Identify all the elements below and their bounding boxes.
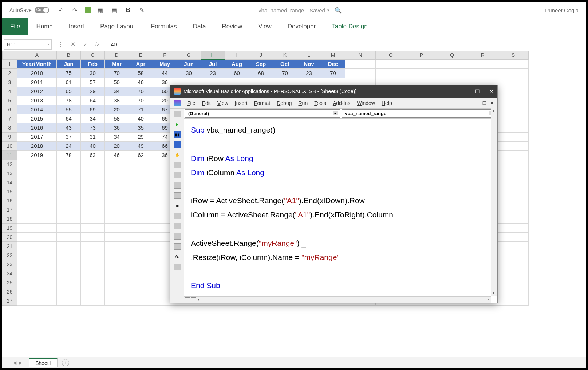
row-header[interactable]: 21 [2, 242, 17, 251]
cell[interactable]: 40 [129, 114, 153, 123]
fb-options-icon[interactable]: ⋮ [57, 41, 64, 48]
row-header[interactable]: 25 [2, 278, 17, 287]
cell[interactable]: 73 [81, 123, 105, 133]
col-header[interactable]: Q [437, 51, 467, 60]
col-header[interactable]: J [249, 51, 273, 60]
cell[interactable] [57, 160, 81, 169]
cell[interactable] [81, 187, 105, 196]
cell[interactable] [129, 214, 153, 224]
cell[interactable]: 46 [105, 151, 129, 160]
cell[interactable]: 23 [201, 69, 225, 78]
row-header[interactable]: 7 [2, 114, 17, 123]
cell[interactable] [105, 205, 129, 214]
vba-menu-file[interactable]: File [187, 100, 196, 106]
cell[interactable] [17, 233, 57, 242]
cell[interactable] [81, 205, 105, 214]
cell[interactable] [57, 287, 81, 296]
cell[interactable] [376, 60, 406, 69]
tb-icon-5[interactable]: ◂▸ [174, 202, 181, 209]
cell[interactable] [406, 60, 437, 69]
vba-menu-run[interactable]: Run [298, 100, 308, 106]
search-icon[interactable]: 🔍 [335, 7, 342, 14]
cell[interactable] [498, 251, 529, 260]
cell[interactable] [57, 260, 81, 269]
cancel-icon[interactable]: ✕ [69, 41, 76, 48]
vba-view-proc-icon[interactable] [191, 297, 196, 302]
cell[interactable] [81, 214, 105, 224]
cell[interactable] [498, 187, 529, 196]
sheet-nav-next-icon[interactable]: ▶ [19, 360, 22, 365]
cell[interactable]: 2017 [17, 133, 57, 142]
cell[interactable]: Sep [249, 60, 273, 69]
cell[interactable] [498, 142, 529, 151]
cell[interactable] [129, 178, 153, 187]
tb-icon-8[interactable] [174, 233, 181, 240]
vba-object-combo[interactable]: (General) [185, 109, 340, 118]
cell[interactable] [81, 169, 105, 178]
cell[interactable] [498, 214, 529, 224]
ribbon-tab-data[interactable]: Data [185, 18, 214, 35]
row-header[interactable]: 18 [2, 214, 17, 224]
cell[interactable] [498, 233, 529, 242]
col-header[interactable]: F [153, 51, 177, 60]
vba-code-editor[interactable]: Sub vba_named_range() Dim iRow As Long D… [184, 119, 497, 303]
close-button[interactable]: ✕ [489, 88, 494, 94]
cell[interactable] [17, 187, 57, 196]
cell[interactable]: Aug [225, 60, 249, 69]
col-header[interactable]: O [376, 51, 406, 60]
col-header[interactable]: I [225, 51, 249, 60]
username[interactable]: Puneet Gogia [545, 7, 579, 13]
cell[interactable]: 2019 [17, 151, 57, 160]
cell[interactable]: 64 [81, 96, 105, 105]
col-header[interactable]: E [129, 51, 153, 60]
col-header[interactable]: S [498, 51, 529, 60]
cell[interactable]: 49 [129, 142, 153, 151]
cell[interactable] [17, 269, 57, 278]
cell[interactable]: Jul [201, 60, 225, 69]
row-header[interactable]: 12 [2, 160, 17, 169]
cell[interactable] [498, 196, 529, 205]
sheet-nav-prev-icon[interactable]: ◀ [13, 360, 16, 365]
cell[interactable]: Dec [321, 60, 345, 69]
cell[interactable]: 38 [105, 96, 129, 105]
cell[interactable] [498, 87, 529, 96]
row-header[interactable]: 8 [2, 123, 17, 133]
cell[interactable] [81, 260, 105, 269]
addin-icon[interactable]: ▦ [96, 6, 104, 14]
cell[interactable]: Year/Month [17, 60, 57, 69]
cell[interactable] [57, 278, 81, 287]
col-header[interactable]: N [345, 51, 376, 60]
table-icon[interactable]: ▤ [110, 6, 118, 14]
minimize-button[interactable]: — [461, 88, 466, 94]
cell[interactable] [105, 269, 129, 278]
cell[interactable]: 34 [105, 87, 129, 96]
cell[interactable]: 2010 [17, 69, 57, 78]
col-header[interactable]: G [177, 51, 201, 60]
cell[interactable] [406, 69, 437, 78]
cell[interactable] [105, 224, 129, 233]
cell[interactable] [498, 178, 529, 187]
cell[interactable] [17, 260, 57, 269]
cell[interactable] [57, 269, 81, 278]
row-header[interactable]: 4 [2, 87, 17, 96]
cell[interactable]: 34 [105, 133, 129, 142]
undo-icon[interactable]: ↶ [57, 6, 65, 14]
cell[interactable]: 43 [57, 123, 81, 133]
vba-menu-tools[interactable]: Tools [314, 100, 326, 106]
cell[interactable]: 70 [105, 69, 129, 78]
tb-icon-6[interactable] [174, 213, 181, 219]
cell[interactable] [498, 60, 529, 69]
cell[interactable] [17, 160, 57, 169]
cell[interactable] [129, 278, 153, 287]
ribbon-tab-home[interactable]: Home [28, 18, 60, 35]
cell[interactable] [129, 187, 153, 196]
cell[interactable] [57, 242, 81, 251]
cell[interactable]: 71 [129, 105, 153, 114]
vba-menu-format[interactable]: Format [254, 100, 270, 106]
cell[interactable]: 64 [57, 114, 81, 123]
cell[interactable] [105, 260, 129, 269]
cell[interactable]: 37 [57, 133, 81, 142]
cell[interactable] [498, 96, 529, 105]
cell[interactable]: 57 [81, 78, 105, 87]
cell[interactable]: May [153, 60, 177, 69]
